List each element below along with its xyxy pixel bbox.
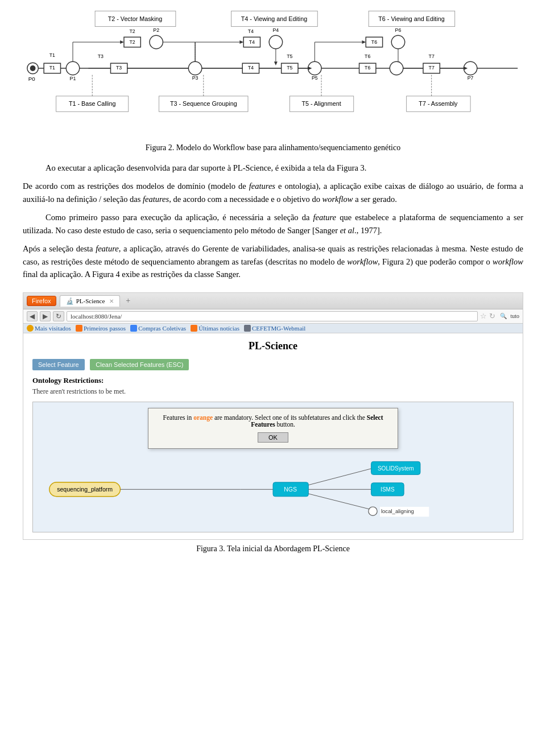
p2-features1: features xyxy=(249,181,275,191)
svg-point-43 xyxy=(269,35,282,48)
p2-features2: features xyxy=(143,195,169,204)
bookmark-mais-visitados[interactable]: Mais visitados xyxy=(27,325,71,332)
svg-text:T3 - Sequence Grouping: T3 - Sequence Grouping xyxy=(170,100,237,107)
back-button[interactable]: ◀ xyxy=(27,311,38,321)
paragraph-1: Ao executar a aplicação desenvolvida par… xyxy=(23,162,523,174)
feature-buttons: Select Feature Clean Selected Features (… xyxy=(32,359,514,370)
cefetmg-icon xyxy=(244,325,251,332)
p2-last: a ser gerado. xyxy=(353,195,397,204)
bookmarks-bar: Mais visitados Primeiros passos Compras … xyxy=(23,324,523,333)
p6-workflow: workflow xyxy=(347,257,378,266)
svg-point-8 xyxy=(30,65,36,71)
p1-text: Ao executar a aplicação desenvolvida par… xyxy=(46,163,366,172)
svg-text:T5 - Alignment: T5 - Alignment xyxy=(301,100,341,107)
svg-point-67 xyxy=(390,61,403,75)
figure2-caption-text: Figura 2. Modelo do Workflow base para a… xyxy=(146,143,400,152)
svg-marker-46 xyxy=(274,61,278,65)
svg-text:T4: T4 xyxy=(248,28,254,34)
paragraph-3: Como primeiro passo para execução da apl… xyxy=(23,211,523,237)
browser-tab[interactable]: 🔬 PL-Science ✕ xyxy=(60,295,121,307)
svg-text:P7: P7 xyxy=(468,75,474,81)
clean-features-button[interactable]: Clean Selected Features (ESC) xyxy=(90,359,189,370)
svg-text:T4: T4 xyxy=(248,65,254,71)
compras-icon xyxy=(130,325,137,332)
p5-end: , a aplicação, através do Gerente de var… xyxy=(119,244,468,253)
svg-point-60 xyxy=(391,35,404,48)
p3-feature: feature xyxy=(313,213,336,222)
feature-dialog-area: Features in orange are mandatory. Select… xyxy=(32,402,514,532)
svg-text:T6: T6 xyxy=(371,39,377,45)
svg-text:SOLIDSystem: SOLIDSystem xyxy=(378,465,414,471)
p3-start: Como primeiro passo para execução da apl… xyxy=(46,213,313,222)
bookmark-primeiros[interactable]: Primeiros passos xyxy=(76,325,126,332)
svg-marker-57 xyxy=(362,40,366,44)
svg-text:P6: P6 xyxy=(395,27,402,33)
new-tab-button[interactable]: + xyxy=(123,296,133,305)
refresh-button[interactable]: ↻ xyxy=(53,311,64,321)
svg-text:NGS: NGS xyxy=(284,486,297,493)
svg-text:P2: P2 xyxy=(153,27,159,33)
url-bar[interactable]: localhost:8080/Jena/ xyxy=(67,311,478,321)
dialog-ok-button[interactable]: OK xyxy=(258,432,288,443)
svg-text:ISMS: ISMS xyxy=(380,486,395,493)
svg-text:sequencing_platform: sequencing_platform xyxy=(57,486,113,493)
bookmark-compras[interactable]: Compras Coletivas xyxy=(130,325,186,332)
workflow-diagram: T2 - Vector Masking T4 - Viewing and Edi… xyxy=(23,6,523,133)
p4-text: No caso deste estudo de caso, seria o se… xyxy=(55,226,340,235)
svg-text:T1 - Base Calling: T1 - Base Calling xyxy=(69,100,115,107)
bookmark-noticias[interactable]: Últimas notícias xyxy=(191,325,239,332)
ontology-text: There aren't restrictions to be met. xyxy=(32,387,514,396)
svg-marker-17 xyxy=(120,40,124,44)
p2-end: , de acordo com a necessidade e o objeti… xyxy=(169,195,322,204)
browser-toolbar: Firefox 🔬 PL-Science ✕ + xyxy=(23,293,523,309)
svg-line-94 xyxy=(308,469,371,485)
dialog-message: Features in orange are mandatory. Select… xyxy=(158,414,388,428)
svg-text:T4: T4 xyxy=(249,39,255,45)
svg-point-21 xyxy=(150,35,163,48)
svg-text:T1: T1 xyxy=(49,52,55,58)
p5-start: Após a seleção desta xyxy=(23,244,96,253)
p6-end: , Figura 2) que poderão compor o xyxy=(378,257,493,266)
svg-text:T3: T3 xyxy=(116,65,122,71)
svg-text:T6 - Viewing and Editing: T6 - Viewing and Editing xyxy=(378,15,444,22)
p6-last: final da aplicação. A Figura 4 exibe as … xyxy=(23,270,241,279)
svg-text:T7: T7 xyxy=(429,65,435,71)
feature-dialog-box: Features in orange are mandatory. Select… xyxy=(148,408,398,449)
forward-button[interactable]: ▶ xyxy=(40,311,51,321)
figure2-caption: Figura 2. Modelo do Workflow base para a… xyxy=(23,143,523,152)
figure3-caption: Figura 3. Tela inicial da Abordagem PL-S… xyxy=(23,544,523,553)
paragraph-2: De acordo com as restrições dos modelos … xyxy=(23,180,523,205)
svg-text:local_aligning: local_aligning xyxy=(381,508,414,514)
dialog-bold-text: Select Features xyxy=(251,414,383,428)
pl-science-content: PL-Science Select Feature Clean Selected… xyxy=(23,333,523,539)
mais-visitados-icon xyxy=(27,325,34,332)
pl-science-title: PL-Science xyxy=(32,340,514,352)
primeiros-icon xyxy=(76,325,82,332)
svg-marker-40 xyxy=(239,40,243,44)
svg-text:T6: T6 xyxy=(365,53,370,59)
select-feature-button[interactable]: Select Feature xyxy=(32,359,85,370)
tab-label: PL-Science xyxy=(76,298,105,304)
svg-text:T5: T5 xyxy=(287,53,292,59)
svg-line-96 xyxy=(308,494,371,510)
browser-nav-bar: ◀ ▶ ↻ localhost:8080/Jena/ ☆ ↻ 🔍 tuto xyxy=(23,309,523,324)
tuto-text: tuto xyxy=(510,313,519,319)
svg-text:P3: P3 xyxy=(192,75,198,81)
figure3-caption-text: Figura 3. Tela inicial da Abordagem PL-S… xyxy=(196,544,350,553)
svg-text:T4 - Viewing and Editing: T4 - Viewing and Editing xyxy=(241,15,307,22)
star-icon: ☆ xyxy=(480,312,487,321)
svg-text:P4: P4 xyxy=(273,27,279,33)
svg-text:P0: P0 xyxy=(28,76,36,82)
svg-point-101 xyxy=(369,507,377,515)
svg-point-13 xyxy=(66,61,79,75)
svg-point-26 xyxy=(188,61,201,75)
firefox-button[interactable]: Firefox xyxy=(27,296,56,306)
p4-et: et al xyxy=(340,226,354,235)
svg-text:T3: T3 xyxy=(98,53,104,59)
p6-workflow2: workflow xyxy=(493,257,523,266)
p5-feature: feature xyxy=(96,244,119,253)
svg-text:T2: T2 xyxy=(129,28,135,34)
svg-text:T1: T1 xyxy=(49,65,55,71)
svg-text:T7 - Assembly: T7 - Assembly xyxy=(419,100,458,107)
bookmark-cefetmg[interactable]: CEFETMG-Webmail xyxy=(244,325,305,332)
